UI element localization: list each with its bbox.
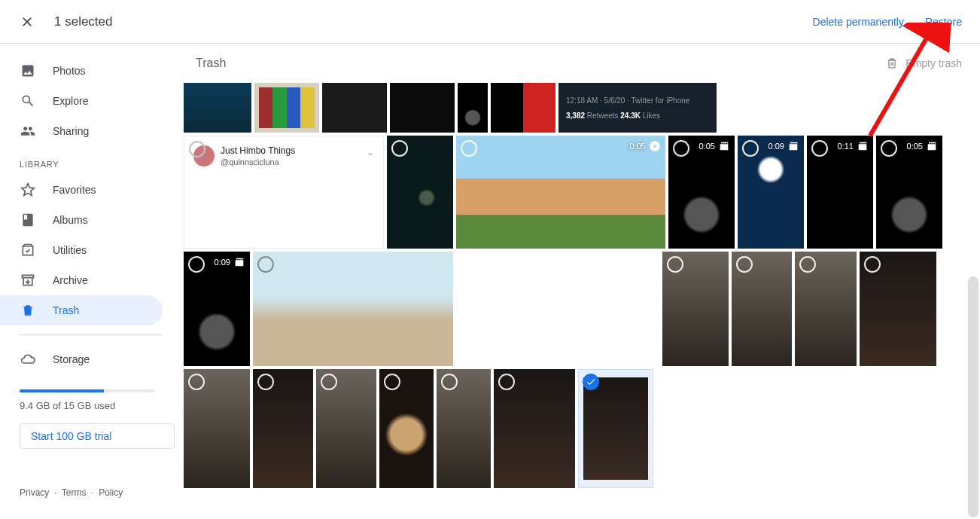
photo-thumbnail[interactable]: 0:09 <box>184 252 250 366</box>
storage-usage-text: 9.4 GB of 15 GB used <box>20 400 155 411</box>
photo-grid[interactable]: 12:18 AM · 5/6/20 · Twitter for iPhone 3… <box>175 83 980 519</box>
utilities-icon <box>20 242 36 258</box>
video-badge: 0:05 <box>907 140 938 152</box>
sidebar-item-label: Photos <box>53 65 86 77</box>
card-name: Just Himbo Things <box>221 145 295 156</box>
video-badge: 0:05 <box>630 140 661 152</box>
photo-thumbnail[interactable] <box>491 83 555 133</box>
photo-thumbnail[interactable] <box>379 369 434 488</box>
privacy-link[interactable]: Privacy <box>20 487 49 498</box>
people-icon <box>20 123 36 139</box>
sidebar-item-archive[interactable]: Archive <box>0 265 163 295</box>
select-circle[interactable] <box>257 374 274 390</box>
photo-thumbnail[interactable] <box>184 83 251 133</box>
photo-thumbnail[interactable] <box>387 136 453 249</box>
photo-thumbnail[interactable] <box>795 252 857 366</box>
photo-thumbnail[interactable]: 0:05 <box>876 136 942 249</box>
photo-thumbnail[interactable] <box>184 369 250 488</box>
tweet-retweets-n: 3,382 <box>566 111 585 120</box>
sidebar-item-favorites[interactable]: Favorites <box>0 175 163 205</box>
select-circle[interactable] <box>742 140 759 157</box>
select-circle[interactable] <box>667 256 683 273</box>
page-title: Trash <box>196 56 226 70</box>
select-circle[interactable] <box>811 140 828 157</box>
select-circle[interactable] <box>864 256 881 273</box>
sidebar-item-sharing[interactable]: Sharing <box>0 116 163 146</box>
sidebar-item-photos[interactable]: Photos <box>0 56 163 86</box>
close-icon[interactable] <box>18 13 36 31</box>
sidebar-item-explore[interactable]: Explore <box>0 86 163 116</box>
tweet-meta: 12:18 AM · 5/6/20 · Twitter for iPhone <box>566 96 689 105</box>
delete-permanently-button[interactable]: Delete permanently <box>813 16 904 28</box>
photo-thumbnail[interactable] <box>456 252 659 366</box>
select-circle[interactable] <box>441 374 458 390</box>
photo-thumbnail[interactable]: 0:05 <box>456 136 665 249</box>
divider <box>20 334 163 335</box>
photo-thumbnail[interactable] <box>662 252 729 366</box>
select-circle[interactable] <box>881 140 897 157</box>
select-circle[interactable] <box>498 374 515 390</box>
photo-thumbnail[interactable] <box>316 369 376 488</box>
photo-thumbnail[interactable]: 0:11 <box>807 136 873 249</box>
archive-icon <box>20 272 36 289</box>
sidebar-item-label: Sharing <box>53 125 89 137</box>
terms-link[interactable]: Terms <box>62 487 87 498</box>
sidebar-item-label: Explore <box>53 95 88 107</box>
select-circle[interactable] <box>188 256 205 273</box>
video-badge: 0:11 <box>838 140 869 152</box>
photo-thumbnail[interactable] <box>322 83 387 133</box>
sidebar-item-utilities[interactable]: Utilities <box>0 235 163 265</box>
cloud-icon <box>20 351 36 368</box>
trash-icon <box>20 302 36 319</box>
select-circle[interactable] <box>321 374 337 390</box>
tweet-likes-n: 24.3K <box>620 111 641 120</box>
photo-thumbnail-selected[interactable] <box>578 369 653 488</box>
select-circle[interactable] <box>799 256 816 273</box>
sidebar-item-albums[interactable]: Albums <box>0 205 163 235</box>
selection-count: 1 selected <box>54 14 113 29</box>
sidebar-item-label: Favorites <box>53 184 96 196</box>
photo-thumbnail[interactable]: 0:05 <box>668 136 735 249</box>
sidebar-item-label: Albums <box>53 214 88 226</box>
storage-item[interactable]: Storage <box>0 344 163 374</box>
select-circle-checked[interactable] <box>583 374 599 390</box>
sidebar-item-trash[interactable]: Trash <box>0 295 163 325</box>
photo-thumbnail[interactable]: 0:09 <box>738 136 804 249</box>
empty-trash-label: Empty trash <box>905 57 962 69</box>
photo-thumbnail[interactable] <box>494 369 575 488</box>
select-circle[interactable] <box>189 141 205 157</box>
photo-thumbnail[interactable] <box>254 83 319 133</box>
main-content: Trash Empty trash 12:18 AM · 5/6/20 · Tw… <box>175 44 980 519</box>
select-circle[interactable] <box>188 374 205 390</box>
search-icon <box>20 93 36 109</box>
photo-thumbnail[interactable] <box>437 369 491 488</box>
photo-thumbnail[interactable] <box>253 252 453 366</box>
restore-button[interactable]: Restore <box>925 16 962 28</box>
photo-thumbnail[interactable]: Just Himbo Things @quinnscicluna ⌄ <box>184 136 384 249</box>
select-circle[interactable] <box>391 140 408 157</box>
select-circle[interactable] <box>673 140 689 157</box>
video-badge: 0:09 <box>768 140 799 152</box>
selection-topbar: 1 selected Delete permanently Restore <box>0 0 980 44</box>
photo-thumbnail[interactable] <box>732 252 792 366</box>
footer-links: Privacy · Terms · Policy <box>0 487 175 519</box>
sidebar-item-label: Trash <box>53 304 79 316</box>
start-trial-button[interactable]: Start 100 GB trial <box>20 423 175 449</box>
select-circle[interactable] <box>384 374 400 390</box>
photo-thumbnail[interactable] <box>253 369 313 488</box>
select-circle[interactable] <box>736 256 753 273</box>
chevron-down-icon: ⌄ <box>367 147 374 157</box>
photo-thumbnail[interactable] <box>390 83 455 133</box>
select-circle[interactable] <box>461 140 477 157</box>
photo-thumbnail[interactable]: 12:18 AM · 5/6/20 · Twitter for iPhone 3… <box>558 83 717 133</box>
empty-trash-button[interactable]: Empty trash <box>884 56 962 71</box>
select-circle[interactable] <box>257 256 274 273</box>
storage-label: Storage <box>53 353 90 365</box>
sidebar: Photos Explore Sharing LIBRARY Favorites… <box>0 44 175 519</box>
photo-thumbnail[interactable] <box>860 252 936 366</box>
policy-link[interactable]: Policy <box>99 487 123 498</box>
photo-thumbnail[interactable] <box>458 83 488 133</box>
scrollbar[interactable] <box>968 89 978 516</box>
photo-icon <box>20 63 36 79</box>
card-handle: @quinnscicluna <box>221 157 279 166</box>
